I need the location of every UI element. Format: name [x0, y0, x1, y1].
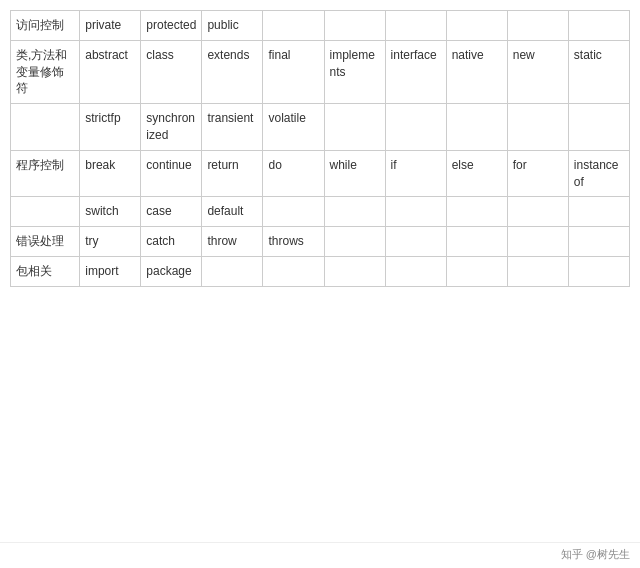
- footer-text: 知乎 @树先生: [561, 548, 630, 560]
- keyword-cell-5-3: throws: [263, 227, 324, 257]
- keyword-cell-3-2: return: [202, 150, 263, 197]
- keyword-cell-3-6: else: [446, 150, 507, 197]
- keyword-cell-2-4: [324, 104, 385, 151]
- keyword-cell-4-0: switch: [80, 197, 141, 227]
- keyword-cell-1-5: interface: [385, 40, 446, 103]
- keyword-cell-1-0: abstract: [80, 40, 141, 103]
- category-cell-0: 访问控制: [11, 11, 80, 41]
- keyword-cell-0-1: protected: [141, 11, 202, 41]
- keyword-cell-3-4: while: [324, 150, 385, 197]
- keyword-cell-5-5: [385, 227, 446, 257]
- keyword-cell-0-4: [324, 11, 385, 41]
- keyword-cell-0-8: [568, 11, 629, 41]
- keyword-cell-6-5: [385, 256, 446, 286]
- keyword-cell-2-8: [568, 104, 629, 151]
- keyword-cell-5-4: [324, 227, 385, 257]
- keyword-cell-3-1: continue: [141, 150, 202, 197]
- keyword-cell-1-4: implements: [324, 40, 385, 103]
- keyword-cell-4-5: [385, 197, 446, 227]
- keyword-cell-5-2: throw: [202, 227, 263, 257]
- category-cell-5: 错误处理: [11, 227, 80, 257]
- keyword-cell-0-2: public: [202, 11, 263, 41]
- keyword-cell-4-4: [324, 197, 385, 227]
- table-container: 访问控制privateprotectedpublic类,方法和变量修饰符abst…: [0, 0, 640, 542]
- keyword-cell-2-2: transient: [202, 104, 263, 151]
- keyword-cell-3-8: instanceof: [568, 150, 629, 197]
- keywords-table: 访问控制privateprotectedpublic类,方法和变量修饰符abst…: [10, 10, 630, 287]
- keyword-cell-5-1: catch: [141, 227, 202, 257]
- keyword-cell-3-3: do: [263, 150, 324, 197]
- keyword-cell-6-4: [324, 256, 385, 286]
- keyword-cell-1-6: native: [446, 40, 507, 103]
- category-cell-1: 类,方法和变量修饰符: [11, 40, 80, 103]
- category-cell-3: 程序控制: [11, 150, 80, 197]
- keyword-cell-0-5: [385, 11, 446, 41]
- keyword-cell-6-6: [446, 256, 507, 286]
- keyword-cell-5-8: [568, 227, 629, 257]
- keyword-cell-2-6: [446, 104, 507, 151]
- keyword-cell-4-2: default: [202, 197, 263, 227]
- keyword-cell-2-0: strictfp: [80, 104, 141, 151]
- keyword-cell-6-8: [568, 256, 629, 286]
- category-cell-6: 包相关: [11, 256, 80, 286]
- keyword-cell-1-2: extends: [202, 40, 263, 103]
- keyword-cell-4-3: [263, 197, 324, 227]
- keyword-cell-1-3: final: [263, 40, 324, 103]
- keyword-cell-0-3: [263, 11, 324, 41]
- footer-watermark: 知乎 @树先生: [0, 542, 640, 568]
- category-cell-4: [11, 197, 80, 227]
- keyword-cell-2-3: volatile: [263, 104, 324, 151]
- keyword-cell-4-1: case: [141, 197, 202, 227]
- keyword-cell-4-6: [446, 197, 507, 227]
- keyword-cell-3-0: break: [80, 150, 141, 197]
- keyword-cell-0-6: [446, 11, 507, 41]
- keyword-cell-6-7: [507, 256, 568, 286]
- keyword-cell-0-7: [507, 11, 568, 41]
- keyword-cell-5-0: try: [80, 227, 141, 257]
- keyword-cell-2-5: [385, 104, 446, 151]
- keyword-cell-3-7: for: [507, 150, 568, 197]
- keyword-cell-6-1: package: [141, 256, 202, 286]
- keyword-cell-1-1: class: [141, 40, 202, 103]
- keyword-cell-5-7: [507, 227, 568, 257]
- keyword-cell-6-0: import: [80, 256, 141, 286]
- keyword-cell-6-2: [202, 256, 263, 286]
- category-cell-2: [11, 104, 80, 151]
- keyword-cell-2-1: synchronized: [141, 104, 202, 151]
- keyword-cell-1-7: new: [507, 40, 568, 103]
- keyword-cell-6-3: [263, 256, 324, 286]
- keyword-cell-2-7: [507, 104, 568, 151]
- keyword-cell-4-7: [507, 197, 568, 227]
- keyword-cell-5-6: [446, 227, 507, 257]
- keyword-cell-4-8: [568, 197, 629, 227]
- keyword-cell-3-5: if: [385, 150, 446, 197]
- keyword-cell-1-8: static: [568, 40, 629, 103]
- keyword-cell-0-0: private: [80, 11, 141, 41]
